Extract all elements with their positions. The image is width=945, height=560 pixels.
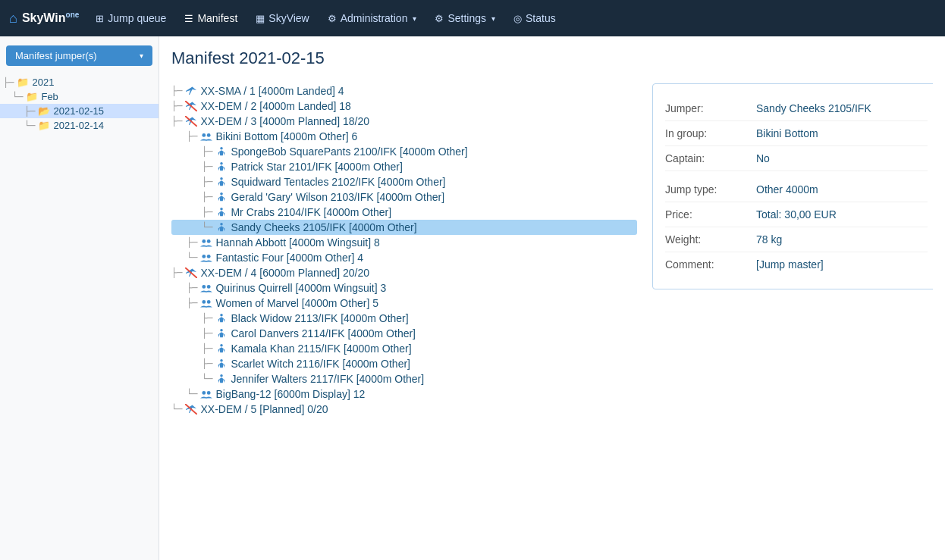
- detail-row-weight: Weight: 78 kg: [665, 227, 928, 252]
- status-icon: ◎: [513, 13, 522, 24]
- detail-price-label: Price:: [665, 208, 756, 221]
- sidebar-item-0215[interactable]: ├─ 📂 2021-02-15: [0, 104, 159, 118]
- table-row[interactable]: ├─ XX-DEM / 3 [4000m Planned] 18/20: [171, 114, 637, 129]
- manifest-icon: ☰: [184, 13, 193, 24]
- connector-g1: ├─: [187, 131, 197, 142]
- connector-g2: ├─: [187, 237, 197, 248]
- home-icon: ⌂: [9, 11, 17, 27]
- connector-l5: └─: [171, 404, 182, 415]
- detail-group-value: Bikini Bottom: [756, 127, 928, 139]
- nav-administration[interactable]: ⚙ Administration ▾: [320, 8, 425, 29]
- jumper-squidward-label: Squidward Tentacles 2102/IFK [4000m Othe…: [231, 176, 445, 188]
- nav-skyview-label: SkyView: [268, 12, 309, 24]
- sidebar-header: Manifest jumper(s) ▾: [0, 42, 159, 72]
- table-row[interactable]: └─ BigBang-12 [6000m Display] 12: [171, 386, 637, 402]
- svg-point-22: [221, 359, 224, 362]
- jumper-scarlet-label: Scarlet Witch 2116/IFK [4000m Other]: [231, 358, 410, 370]
- jumper-blackwidow-label: Black Widow 2113/IFK [4000m Other]: [231, 312, 408, 324]
- sidebar-item-0214[interactable]: └─ 📁 2021-02-14: [0, 118, 159, 133]
- folder-feb-icon: 📁: [26, 91, 38, 102]
- sidebar-item-feb[interactable]: └─ 📁 Feb: [0, 89, 159, 104]
- svg-point-7: [221, 192, 224, 196]
- table-row[interactable]: ├─ Patrick Star 2101/IFK [4000m Other]: [171, 159, 637, 174]
- group-quirinus-label: Quirinus Quirrell [4000m Wingsuit] 3: [215, 282, 386, 294]
- connector-l2: ├─: [171, 101, 182, 111]
- table-row[interactable]: ├─ Carol Danvers 2114/IFK [4000m Other]: [171, 326, 637, 341]
- jumper4-icon: [215, 192, 228, 202]
- table-row[interactable]: ├─ Mr Crabs 2104/IFK [4000m Other]: [171, 205, 637, 220]
- load2-label: XX-DEM / 2 [4000m Landed] 18: [200, 100, 350, 112]
- svg-point-25: [207, 391, 211, 395]
- jumper8-icon: [215, 328, 228, 339]
- group-bikini-label: Bikini Bottom [4000m Other] 6: [215, 130, 357, 142]
- detail-captain-label: Captain:: [665, 152, 756, 164]
- detail-comment-value: [Jump master]: [756, 258, 928, 271]
- table-row[interactable]: └─ Fantastic Four [4000m Other] 4: [171, 250, 637, 265]
- detail-row-comment: Comment: [Jump master]: [665, 252, 928, 277]
- manifest-jumper-button[interactable]: Manifest jumper(s) ▾: [6, 45, 152, 66]
- detail-captain-value: No: [756, 152, 928, 164]
- load3-label: XX-DEM / 3 [4000m Planned] 18/20: [200, 115, 369, 127]
- table-row[interactable]: ├─ XX-DEM / 4 [6000m Planned] 20/20: [171, 265, 637, 280]
- group-fantastic-label: Fantastic Four [4000m Other] 4: [215, 252, 363, 264]
- sidebar-item-0215-label: 2021-02-15: [53, 105, 104, 117]
- jumper5-icon: [215, 207, 228, 217]
- jumper-patrick-label: Patrick Star 2101/IFK [4000m Other]: [231, 161, 402, 173]
- plane-x-icon: [185, 101, 197, 111]
- connector-j3: ├─: [202, 177, 212, 187]
- nav-settings-label: Settings: [447, 12, 486, 24]
- tree-connector-feb: └─: [12, 92, 23, 102]
- sidebar-item-2021[interactable]: ├─ 📁 2021: [0, 75, 159, 89]
- jumper-icon: [215, 146, 228, 157]
- sidebar-item-0214-label: 2021-02-14: [53, 120, 104, 131]
- table-row[interactable]: ├─ XX-SMA / 1 [4000m Landed] 4: [171, 83, 637, 99]
- table-row[interactable]: ├─ Quirinus Quirrell [4000m Wingsuit] 3: [171, 280, 637, 296]
- tree-connector-0215: ├─: [24, 106, 35, 117]
- svg-point-9: [221, 223, 224, 226]
- table-row[interactable]: ├─ Kamala Khan 2115/IFK [4000m Other]: [171, 341, 637, 356]
- svg-point-5: [221, 162, 224, 165]
- detail-row-price: Price: Total: 30,00 EUR: [665, 202, 928, 227]
- jumper2-icon: [215, 161, 228, 172]
- table-row[interactable]: ├─ Gerald 'Gary' Wilson 2103/IFK [4000m …: [171, 189, 637, 205]
- brand-name: SkyWinone: [22, 11, 79, 25]
- table-row[interactable]: ├─ Scarlet Witch 2116/IFK [4000m Other]: [171, 356, 637, 371]
- main-container: Manifest jumper(s) ▾ ├─ 📁 2021 └─ 📁 Feb …: [0, 36, 945, 560]
- table-row[interactable]: ├─ Bikini Bottom [4000m Other] 6: [171, 129, 637, 144]
- nav-manifest[interactable]: ☰ Manifest: [177, 8, 245, 29]
- folder-0215-icon: 📂: [38, 105, 50, 117]
- connector-j1: ├─: [202, 146, 212, 157]
- jumper-kamala-label: Kamala Khan 2115/IFK [4000m Other]: [231, 343, 411, 355]
- detail-group-label: In group:: [665, 127, 756, 139]
- brand-logo[interactable]: ⌂ SkyWinone: [9, 11, 79, 27]
- nav-manifest-label: Manifest: [197, 12, 237, 24]
- connector-g6: └─: [187, 389, 197, 399]
- svg-point-2: [202, 133, 206, 137]
- table-row[interactable]: └─ Sandy Cheeks 2105/IFK [4000m Other]: [171, 220, 637, 235]
- nav-skyview[interactable]: ▦ SkyView: [248, 8, 316, 29]
- group4-icon: [200, 283, 212, 293]
- group-women-label: Women of Marvel [4000m Other] 5: [215, 297, 378, 309]
- detail-row-group: In group: Bikini Bottom: [665, 121, 928, 146]
- connector-l1: ├─: [171, 86, 182, 96]
- table-row[interactable]: └─ Jennifer Walters 2117/IFK [4000m Othe…: [171, 371, 637, 386]
- connector-j9: ├─: [202, 343, 212, 354]
- table-row[interactable]: ├─ Hannah Abbott [4000m Wingsuit] 8: [171, 235, 637, 250]
- nav-jump-queue[interactable]: ⊞ Jump queue: [88, 8, 174, 29]
- table-row[interactable]: ├─ XX-DEM / 2 [4000m Landed] 18: [171, 99, 637, 114]
- nav-settings[interactable]: ⚙ Settings ▾: [427, 8, 503, 29]
- queue-icon: ⊞: [96, 13, 104, 24]
- plane-l5-icon: [185, 404, 197, 415]
- table-row[interactable]: ├─ Black Widow 2113/IFK [4000m Other]: [171, 311, 637, 326]
- sidebar-item-feb-label: Feb: [41, 91, 58, 102]
- table-row[interactable]: ├─ Squidward Tentacles 2102/IFK [4000m O…: [171, 174, 637, 189]
- svg-point-24: [202, 391, 206, 395]
- table-row[interactable]: └─ XX-DEM / 5 [Planned] 0/20: [171, 402, 637, 417]
- manifest-btn-label: Manifest jumper(s): [15, 50, 97, 61]
- detail-jumptype-label: Jump type:: [665, 183, 756, 196]
- sidebar-tree: ├─ 📁 2021 └─ 📁 Feb ├─ 📂 2021-02-15 └─ 📁 …: [0, 72, 159, 136]
- table-row[interactable]: ├─ Women of Marvel [4000m Other] 5: [171, 296, 637, 311]
- detail-jumper-value: Sandy Cheeks 2105/IFK: [756, 102, 928, 114]
- nav-status[interactable]: ◎ Status: [506, 8, 564, 29]
- table-row[interactable]: ├─ SpongeBob SquarePants 2100/IFK [4000m…: [171, 144, 637, 159]
